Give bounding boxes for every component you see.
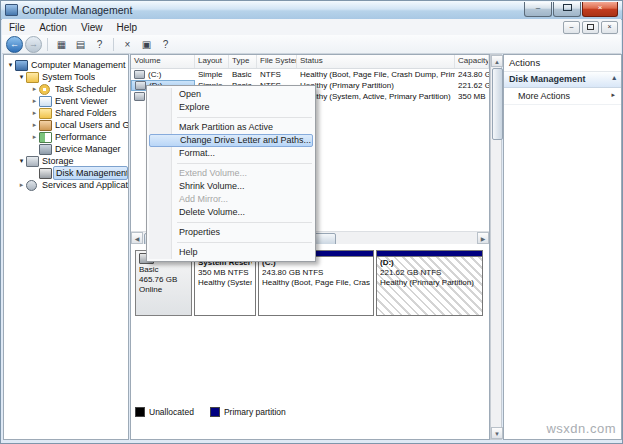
expander-icon[interactable]: ▸ bbox=[17, 179, 26, 191]
menu-help[interactable]: Help bbox=[109, 21, 144, 34]
menu-action[interactable]: Action bbox=[32, 21, 74, 34]
properties-icon[interactable]: ▣ bbox=[138, 37, 155, 52]
expander-icon[interactable]: ▸ bbox=[30, 83, 39, 95]
menu-separator bbox=[177, 163, 312, 164]
maximize-button[interactable] bbox=[553, 2, 581, 17]
tree-item-event-viewer[interactable]: ▸ Event Viewer bbox=[4, 95, 128, 107]
menu-separator bbox=[177, 222, 312, 223]
column-header-volume[interactable]: Volume bbox=[131, 55, 195, 68]
show-console-tree-icon[interactable]: ▦ bbox=[53, 37, 70, 52]
scroll-left-icon[interactable]: ◀ bbox=[131, 232, 143, 244]
volume-icon bbox=[134, 70, 145, 79]
legend-primary-partition: Primary partition bbox=[210, 407, 286, 417]
forward-icon[interactable]: → bbox=[25, 36, 42, 53]
expander-icon[interactable]: ▾ bbox=[17, 155, 26, 167]
column-header-type[interactable]: Type bbox=[229, 55, 257, 68]
menu-item-add-mirror: Add Mirror... bbox=[149, 193, 313, 206]
actions-pane-title: Actions bbox=[504, 55, 621, 72]
window-title: Computer Management bbox=[22, 4, 132, 16]
menu-file[interactable]: File bbox=[2, 21, 32, 34]
tree-item-local-users-and-groups[interactable]: ▸ Local Users and Groups bbox=[4, 119, 128, 131]
scroll-down-icon[interactable]: ▼ bbox=[491, 427, 503, 439]
task-scheduler-icon bbox=[39, 84, 50, 95]
menu-item-properties[interactable]: Properties bbox=[149, 226, 313, 239]
tree-item-disk-management[interactable]: Disk Management bbox=[4, 167, 128, 179]
child-minimize-button[interactable]: – bbox=[563, 21, 580, 34]
actions-pane: Actions Disk Management ▴ More Actions ▸ bbox=[503, 54, 622, 440]
child-close-button[interactable]: × bbox=[601, 21, 618, 34]
app-icon bbox=[5, 4, 18, 16]
expander-icon[interactable]: ▸ bbox=[30, 107, 39, 119]
toolbar: ← → ▦ ▤ ? × ▣ ? bbox=[2, 35, 621, 54]
child-window-controls: – × bbox=[563, 21, 618, 34]
volume-row-c[interactable]: (C:) Simple Basic NTFS Healthy (Boot, Pa… bbox=[131, 69, 489, 80]
toolbar-separator bbox=[113, 38, 114, 51]
maximize-icon bbox=[563, 4, 572, 11]
tree-item-performance[interactable]: ▸ Performance bbox=[4, 131, 128, 143]
console-tree-pane: ▾ Computer Management (Local ▾ System To… bbox=[3, 54, 129, 440]
computer-icon bbox=[15, 60, 28, 71]
expander-icon[interactable]: ▸ bbox=[30, 131, 39, 143]
folder-icon bbox=[26, 72, 39, 83]
shared-folders-icon bbox=[39, 108, 52, 119]
actions-section-disk-management[interactable]: Disk Management ▴ bbox=[504, 72, 621, 88]
back-icon[interactable]: ← bbox=[6, 36, 23, 53]
volume-icon bbox=[135, 81, 146, 90]
more-actions-item[interactable]: More Actions ▸ bbox=[504, 88, 621, 105]
column-header-file-system[interactable]: File System bbox=[257, 55, 297, 68]
child-restore-button[interactable] bbox=[582, 21, 599, 34]
menu-item-mark-partition-as-active[interactable]: Mark Partition as Active bbox=[149, 121, 313, 134]
submenu-arrow-icon: ▸ bbox=[611, 91, 615, 99]
tree-item-computer-management[interactable]: ▾ Computer Management (Local bbox=[4, 59, 128, 71]
tree-item-task-scheduler[interactable]: ▸ Task Scheduler bbox=[4, 83, 128, 95]
menu-separator bbox=[177, 242, 312, 243]
menu-item-help[interactable]: Help bbox=[149, 246, 313, 259]
menu-item-explore[interactable]: Explore bbox=[149, 101, 313, 114]
scrollbar-thumb[interactable] bbox=[492, 68, 503, 140]
performance-icon bbox=[39, 132, 52, 143]
column-header-layout[interactable]: Layout bbox=[195, 55, 229, 68]
expander-icon[interactable]: ▸ bbox=[30, 95, 39, 107]
menu-item-delete-volume[interactable]: Delete Volume... bbox=[149, 206, 313, 219]
minimize-button[interactable]: – bbox=[524, 2, 552, 17]
menu-item-open[interactable]: Open bbox=[149, 88, 313, 101]
column-header-capacity[interactable]: Capacity bbox=[455, 55, 489, 68]
scroll-up-icon[interactable]: ▲ bbox=[491, 55, 503, 67]
unallocated-swatch-icon bbox=[135, 407, 145, 417]
computer-management-window: Computer Management – × File Action View… bbox=[0, 0, 623, 444]
expander-icon[interactable]: ▾ bbox=[17, 71, 26, 83]
window-controls: – × bbox=[523, 2, 618, 17]
primary-partition-swatch-icon bbox=[210, 407, 220, 417]
collapse-chevron-icon[interactable]: ▴ bbox=[612, 74, 616, 82]
expander-icon[interactable]: ▾ bbox=[6, 59, 15, 71]
disk-management-icon bbox=[39, 168, 52, 179]
device-manager-icon bbox=[39, 144, 52, 155]
help-icon[interactable]: ? bbox=[91, 37, 108, 52]
delete-icon[interactable]: × bbox=[119, 37, 136, 52]
partition-legend: Unallocated Primary partition bbox=[135, 407, 286, 417]
legend-unallocated: Unallocated bbox=[135, 407, 194, 417]
watermark: wsxdn.com bbox=[546, 421, 616, 436]
scroll-right-icon[interactable]: ▶ bbox=[477, 232, 489, 244]
close-button[interactable]: × bbox=[582, 2, 618, 17]
tree-item-system-tools[interactable]: ▾ System Tools bbox=[4, 71, 128, 83]
partition-d[interactable]: (D:) 221.62 GB NTFS Healthy (Primary Par… bbox=[376, 250, 483, 316]
expander-icon[interactable]: ▸ bbox=[30, 119, 39, 131]
help-topics-icon[interactable]: ? bbox=[157, 37, 174, 52]
event-viewer-icon bbox=[39, 96, 52, 107]
tree-item-services-and-applications[interactable]: ▸ Services and Applications bbox=[4, 179, 128, 191]
menu-item-format[interactable]: Format... bbox=[149, 147, 313, 160]
menu-view[interactable]: View bbox=[74, 21, 110, 34]
export-list-icon[interactable]: ▤ bbox=[72, 37, 89, 52]
menu-item-change-drive-letter-and-paths[interactable]: Change Drive Letter and Paths... bbox=[149, 134, 313, 147]
toolbar-separator bbox=[47, 38, 48, 51]
vertical-scrollbar[interactable]: ▲ ▼ bbox=[490, 54, 502, 440]
volume-list-header: Volume Layout Type File System Status Ca… bbox=[131, 55, 489, 69]
menu-item-shrink-volume[interactable]: Shrink Volume... bbox=[149, 180, 313, 193]
disk-graphical-view: Disk 0 Basic 465.76 GB Online System Res… bbox=[131, 244, 489, 439]
users-icon bbox=[39, 120, 52, 131]
tree-item-shared-folders[interactable]: ▸ Shared Folders bbox=[4, 107, 128, 119]
tree-item-device-manager[interactable]: Device Manager bbox=[4, 143, 128, 155]
services-icon bbox=[26, 180, 37, 191]
column-header-status[interactable]: Status bbox=[297, 55, 455, 68]
